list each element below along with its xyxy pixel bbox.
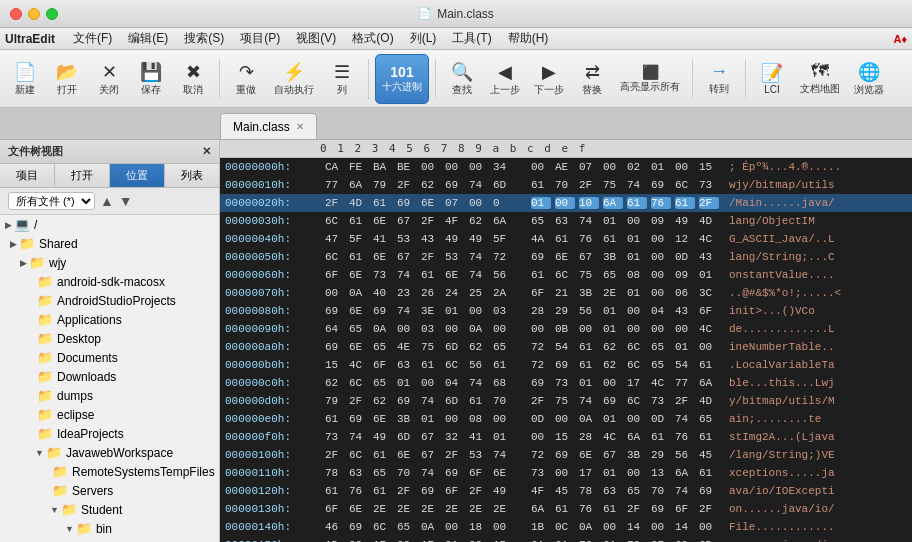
tree-item-servers[interactable]: 📁 Servers — [0, 481, 219, 500]
tree-item-student[interactable]: ▼ 📁 Student — [0, 500, 219, 519]
sidebar-tab-project[interactable]: 项目 — [0, 164, 55, 187]
tree-item-remotesystems[interactable]: 📁 RemoteSystemsTempFiles — [0, 462, 219, 481]
goto-icon: → — [710, 61, 728, 82]
hex-ascii: on......java/io/ — [719, 503, 912, 515]
file-filter-select[interactable]: 所有文件 (*) — [8, 192, 95, 210]
tab-main-class[interactable]: Main.class ✕ — [220, 113, 317, 139]
browser-button[interactable]: 🌐 浏览器 — [848, 54, 890, 104]
hex-row[interactable]: 000000b0h:154C6F63616C5661726961626C6554… — [220, 356, 912, 374]
docmap-button[interactable]: 🗺 文档地图 — [794, 54, 846, 104]
hex-row[interactable]: 00000040h:475F41534349495F4A617661010012… — [220, 230, 912, 248]
sep4 — [692, 59, 693, 99]
hex-bytes: 6F6E2E2E2E2E2E2E6A6176612F696F2F — [325, 503, 719, 515]
hex-row[interactable]: 00000090h:64650A0003000A00000B0001000000… — [220, 320, 912, 338]
menu-column[interactable]: 列(L) — [402, 28, 445, 49]
hex-bytes: 154C6F63616C5661726961626C655461 — [325, 359, 719, 371]
hex-ascii: stImg2A...(Ljava — [719, 431, 912, 443]
hex-row[interactable]: 00000100h:2F6C616E672F537472696E673B2956… — [220, 446, 912, 464]
hex-ascii: lang/String;...C — [719, 251, 912, 263]
hex-row[interactable]: 000000c0h:626C65010004746869730100174C77… — [220, 374, 912, 392]
tree-item-android-sdk[interactable]: 📁 android-sdk-macosx — [0, 272, 219, 291]
sidebar-tab-location[interactable]: 位置 — [110, 164, 165, 187]
window-controls — [10, 8, 58, 20]
maximize-button[interactable] — [46, 8, 58, 20]
hex-row[interactable]: 00000030h:6C616E672F4F626A65637401000949… — [220, 212, 912, 230]
hex-row[interactable]: 00000050h:6C616E672F537472696E673B01000D… — [220, 248, 912, 266]
sidebar-tab-open[interactable]: 打开 — [55, 164, 110, 187]
hex-bytes: 6C616E672F537472696E673B01000D43 — [325, 251, 719, 263]
hex-address: 000000a0h: — [225, 341, 325, 353]
minimize-button[interactable] — [28, 8, 40, 20]
next-button[interactable]: ▶ 下一步 — [528, 54, 570, 104]
menu-project[interactable]: 项目(P) — [232, 28, 288, 49]
tab-close-icon[interactable]: ✕ — [296, 121, 304, 132]
tree-item-dumps[interactable]: 📁 dumps — [0, 386, 219, 405]
hex-row[interactable]: 00000130h:6F6E2E2E2E2E2E2E6A6176612F696F… — [220, 500, 912, 518]
tree-item-root[interactable]: ▶ 💻 / — [0, 215, 219, 234]
save-button[interactable]: 💾 保存 — [131, 54, 171, 104]
replace-button[interactable]: ⇄ 替换 — [572, 54, 612, 104]
hex-content[interactable]: 00000000h:CAFEBABE0000003400AE0700020100… — [220, 158, 912, 542]
sep1 — [219, 59, 220, 99]
hex-row[interactable]: 00000110h:7863657074696F6E7300170100136A… — [220, 464, 912, 482]
menu-format[interactable]: 格式(O) — [344, 28, 401, 49]
lci-button[interactable]: 📝 LCI — [752, 54, 792, 104]
tree-item-idea[interactable]: 📁 IdeaProjects — [0, 424, 219, 443]
tree-item-downloads[interactable]: 📁 Downloads — [0, 367, 219, 386]
cancel-icon: ✖ — [186, 61, 201, 83]
hex-ascii: xceptions.....ja — [719, 467, 912, 479]
hex-row[interactable]: 000000a0h:696E654E756D6265725461626C6501… — [220, 338, 912, 356]
filter-down-arrow[interactable]: ▼ — [119, 193, 133, 209]
hex-row[interactable]: 00000060h:6F6E7374616E7456616C7565080009… — [220, 266, 912, 284]
tree-item-documents[interactable]: 📁 Documents — [0, 348, 219, 367]
close-file-button[interactable]: ✕ 关闭 — [89, 54, 129, 104]
close-button[interactable] — [10, 8, 22, 20]
sidebar-tab-list[interactable]: 列表 — [165, 164, 219, 187]
cancel-button[interactable]: ✖ 取消 — [173, 54, 213, 104]
menu-search[interactable]: 搜索(S) — [176, 28, 232, 49]
column-button[interactable]: ☰ 列 — [322, 54, 362, 104]
hex-row[interactable]: 00000010h:776A792F6269746D61702F7574696C… — [220, 176, 912, 194]
tree-item-desktop[interactable]: 📁 Desktop — [0, 329, 219, 348]
filter-up-arrow[interactable]: ▲ — [100, 193, 114, 209]
folder-icon-documents: 📁 — [37, 350, 53, 365]
hex-row[interactable]: 00000140h:46696C650A0018001B0C0A00140014… — [220, 518, 912, 536]
tree-item-applications[interactable]: 📁 Applications — [0, 310, 219, 329]
goto-button[interactable]: → 转到 — [699, 54, 739, 104]
highlight-all-button[interactable]: ⬛ 高亮显示所有 — [614, 54, 686, 104]
hex-ascii: ; Épº¾...4.®..... — [719, 161, 912, 173]
hex-row[interactable]: 00000070h:000A40232624252A6F213B2E010006… — [220, 284, 912, 302]
hex-row[interactable]: 00000150h:1D001F001E0100156A617661782F69… — [220, 536, 912, 542]
find-button[interactable]: 🔍 查找 — [442, 54, 482, 104]
redo-button[interactable]: ↷ 重做 — [226, 54, 266, 104]
tree-item-bin[interactable]: ▼ 📁 bin — [0, 519, 219, 538]
tree-item-shared[interactable]: ▶ 📁 Shared — [0, 234, 219, 253]
menu-view[interactable]: 视图(V) — [288, 28, 344, 49]
hex-row[interactable]: 00000120h:6176612F696F2F494F457863657074… — [220, 482, 912, 500]
prev-button[interactable]: ◀ 上一步 — [484, 54, 526, 104]
hex-row[interactable]: 00000080h:696E69743E01000328295601000443… — [220, 302, 912, 320]
open-button[interactable]: 📂 打开 — [47, 54, 87, 104]
tree-item-eclipse[interactable]: 📁 eclipse — [0, 405, 219, 424]
menu-tools[interactable]: 工具(T) — [444, 28, 499, 49]
hex-bytes: CAFEBABE0000003400AE070002010015 — [325, 161, 719, 173]
hex-row[interactable]: 000000f0h:7374496D673241010015284C6A6176… — [220, 428, 912, 446]
menu-help[interactable]: 帮助(H) — [500, 28, 557, 49]
sidebar-close-icon[interactable]: ✕ — [202, 145, 211, 158]
hex-address: 00000130h: — [225, 503, 325, 515]
replace-icon: ⇄ — [585, 61, 600, 83]
hex-button[interactable]: 101 十六进制 — [375, 54, 429, 104]
menu-edit[interactable]: 编辑(E) — [120, 28, 176, 49]
hex-row[interactable]: 000000e0h:61696E3B010008000D000A01000D74… — [220, 410, 912, 428]
hex-row[interactable]: 000000d0h:792F6269746D61702F7574696C732F… — [220, 392, 912, 410]
hex-ascii: y/bitmap/utils/M — [719, 395, 912, 407]
tree-item-javaweb[interactable]: ▼ 📁 JavawebWorkspace — [0, 443, 219, 462]
menu-file[interactable]: 文件(F) — [65, 28, 120, 49]
tree-item-android-studio[interactable]: 📁 AndroidStudioProjects — [0, 291, 219, 310]
autorun-button[interactable]: ⚡ 自动执行 — [268, 54, 320, 104]
hex-row[interactable]: 00000020h:2F4D61696E070000100106A6176612… — [220, 194, 912, 212]
tree-item-wjy2[interactable]: ▶ 📁 wjy — [0, 538, 219, 542]
hex-row[interactable]: 00000000h:CAFEBABE0000003400AE0700020100… — [220, 158, 912, 176]
tree-item-wjy[interactable]: ▶ 📁 wjy — [0, 253, 219, 272]
new-button[interactable]: 📄 新建 — [5, 54, 45, 104]
